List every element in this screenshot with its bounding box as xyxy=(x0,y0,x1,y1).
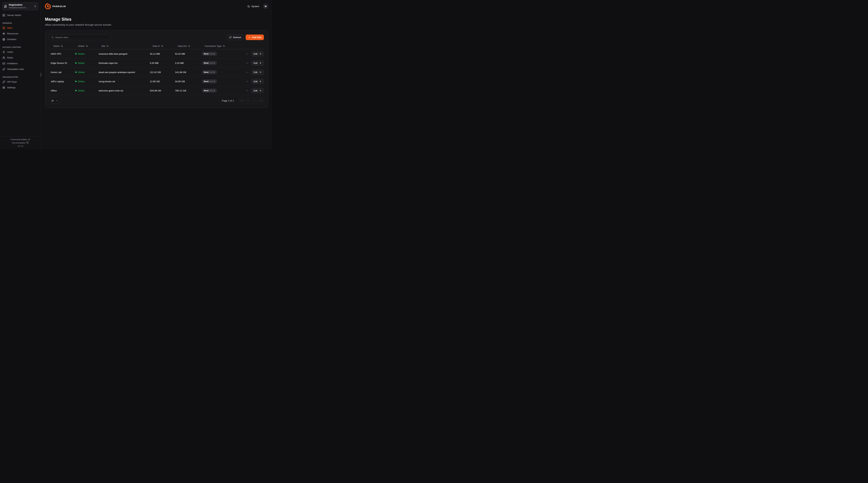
column-header-online[interactable]: Online xyxy=(74,45,97,47)
status-cell: Online xyxy=(74,53,97,55)
sidebar-item-domains[interactable]: Domains xyxy=(2,36,38,42)
app: Organization milo@fossorial.io's ... Ser… xyxy=(0,0,272,149)
connection-type-cell: Newtv1.3.2 xyxy=(200,79,231,84)
avatar[interactable]: M xyxy=(263,4,268,9)
online-dot xyxy=(75,62,76,64)
sidebar-nav: Server Admin GENERAL Sites Resources Dom… xyxy=(0,10,41,90)
column-header-data-out[interactable]: Data Out xyxy=(174,45,200,47)
actions-cell: Edit xyxy=(231,79,264,84)
theme-toggle[interactable]: System xyxy=(247,5,259,8)
search-input[interactable] xyxy=(55,36,109,39)
org-switcher[interactable]: Organization milo@fossorial.io's ... xyxy=(2,2,38,10)
connection-type-cell: Newtv1.3.2 xyxy=(200,52,231,56)
edit-button[interactable]: Edit xyxy=(251,51,264,56)
online-dot xyxy=(75,53,76,55)
external-link-icon xyxy=(28,138,30,140)
refresh-button[interactable]: Refresh xyxy=(227,35,244,40)
next-page-button[interactable] xyxy=(252,98,257,103)
community-edition-link[interactable]: Community Edition xyxy=(0,138,41,140)
moon-icon xyxy=(247,5,250,8)
pangolin-logo-icon xyxy=(45,3,51,9)
row-menu-button[interactable] xyxy=(246,53,248,55)
sidebar-resize-handle[interactable] xyxy=(41,73,41,77)
data-in: 5.00 MB xyxy=(148,62,174,64)
status-badge: Online xyxy=(78,62,85,64)
page-title: Manage Sites xyxy=(45,17,268,22)
connection-type: Newt xyxy=(204,62,209,64)
sidebar-item-invitations[interactable]: Invitations xyxy=(2,61,38,66)
column-label: Data Out xyxy=(178,45,187,47)
edit-label: Edit xyxy=(254,71,257,73)
connection-version: v1.3.2 xyxy=(210,53,215,55)
column-header-name[interactable]: Name xyxy=(49,45,74,47)
page-size-value: 20 xyxy=(51,99,54,102)
brand-logo: PANGOLIN xyxy=(45,3,66,9)
site-slug: vivacious-little-blue-penguin xyxy=(97,53,148,55)
prev-page-button[interactable] xyxy=(245,98,251,103)
site-name: Jeff's Laptop xyxy=(49,80,74,83)
sidebar-item-label: Users xyxy=(7,51,13,53)
last-page-button[interactable] xyxy=(259,98,264,103)
data-in: 112.42 GB xyxy=(148,71,174,73)
actions-cell: Edit xyxy=(231,70,264,75)
theme-label: System xyxy=(251,5,259,8)
edit-button[interactable]: Edit xyxy=(251,60,264,66)
sidebar-item-settings[interactable]: Settings xyxy=(2,85,38,90)
ellipsis-icon xyxy=(246,53,248,55)
search-box xyxy=(49,35,111,40)
edit-button[interactable]: Edit xyxy=(251,70,264,75)
toolbar-actions: Refresh Add Site xyxy=(227,35,264,40)
connection-badge: Newtv1.3.2 xyxy=(202,52,217,56)
key-icon xyxy=(2,80,5,83)
row-menu-button[interactable] xyxy=(246,80,248,83)
row-menu-button[interactable] xyxy=(246,71,248,73)
page-subtitle: Allow connectivity to your network throu… xyxy=(45,23,268,26)
add-site-button[interactable]: Add Site xyxy=(246,35,264,40)
pagination: Page 1 of 1 xyxy=(222,98,264,103)
sort-icon xyxy=(188,45,190,47)
column-header-site[interactable]: Site xyxy=(97,45,148,47)
page-info: Page 1 of 1 xyxy=(222,99,234,102)
sidebar-item-server-admin[interactable]: Server Admin xyxy=(2,12,38,18)
connection-type: Newt xyxy=(204,90,209,92)
sidebar-item-users[interactable]: Users xyxy=(2,49,38,55)
sort-icon xyxy=(61,45,63,47)
sidebar-item-shareable-links[interactable]: Shareable Links xyxy=(2,66,38,72)
arrow-right-icon xyxy=(259,71,261,73)
sites-card: Refresh Add Site Name Online Site Data I… xyxy=(45,30,268,108)
first-page-button[interactable] xyxy=(239,98,244,103)
online-dot xyxy=(75,81,76,82)
site-slug: dead-san-joaquin-antelope-squirrel xyxy=(97,71,148,73)
sidebar: Organization milo@fossorial.io's ... Ser… xyxy=(0,0,41,149)
status-badge: Online xyxy=(78,89,85,92)
edit-label: Edit xyxy=(254,62,257,64)
topbar-right: System M xyxy=(247,4,268,9)
community-edition-label: Community Edition xyxy=(10,138,27,140)
ellipsis-icon xyxy=(246,89,248,92)
row-menu-button[interactable] xyxy=(246,89,248,92)
sidebar-item-roles[interactable]: Roles xyxy=(2,55,38,61)
edit-button[interactable]: Edit xyxy=(251,88,264,93)
card-toolbar: Refresh Add Site xyxy=(49,35,264,40)
documentation-link[interactable]: Documentation xyxy=(0,141,41,144)
ellipsis-icon xyxy=(246,62,248,64)
connection-type: Newt xyxy=(204,80,209,83)
site-name: Office xyxy=(49,89,74,92)
org-label: Organization xyxy=(9,3,32,6)
data-out: 141.68 GB xyxy=(174,71,200,73)
column-header-data-in[interactable]: Data In xyxy=(148,45,174,47)
sidebar-item-api-keys[interactable]: API Keys xyxy=(2,79,38,85)
sort-icon xyxy=(223,45,225,47)
column-header-connection-type[interactable]: Connection Type xyxy=(200,45,231,47)
sort-icon xyxy=(86,45,88,47)
edit-label: Edit xyxy=(254,80,257,83)
topbar: PANGOLIN System M xyxy=(41,0,272,12)
sidebar-item-sites[interactable]: Sites xyxy=(2,25,38,31)
page-size-select[interactable]: 20 xyxy=(49,98,60,104)
refresh-icon xyxy=(229,36,231,38)
edit-button[interactable]: Edit xyxy=(251,79,264,84)
content: Manage Sites Allow connectivity to your … xyxy=(41,12,272,108)
status-badge: Online xyxy=(78,53,85,55)
row-menu-button[interactable] xyxy=(246,62,248,64)
sidebar-item-resources[interactable]: Resources xyxy=(2,31,38,36)
